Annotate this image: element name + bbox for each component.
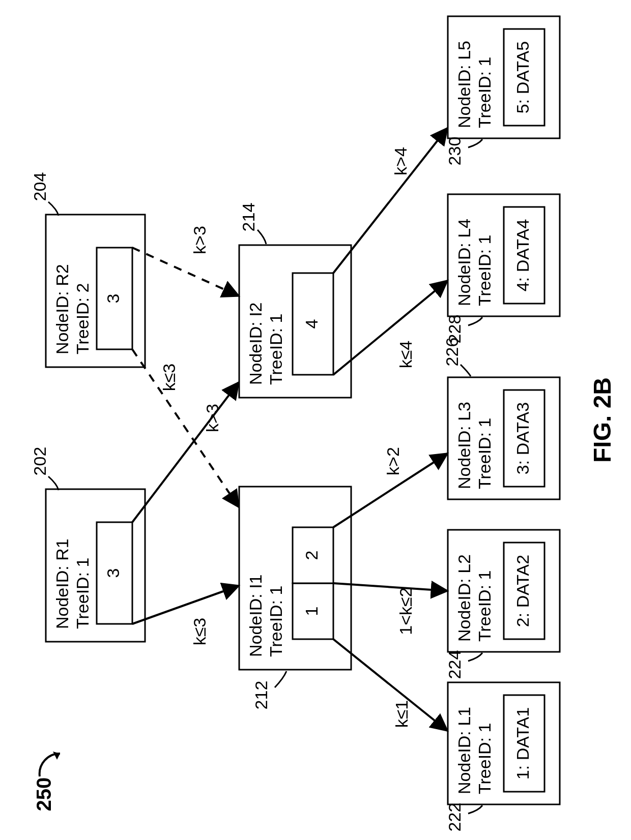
l4-ref: 228	[445, 315, 464, 344]
svg-line-23	[132, 248, 239, 296]
node-R2: NodeID: R2 TreeID: 2 3 204	[30, 172, 145, 367]
edge-R2-I2: k>3	[132, 226, 239, 296]
label-i2-l5: k>4	[391, 147, 410, 175]
label-i1-l1: k≤1	[392, 700, 411, 728]
svg-line-24	[333, 639, 447, 731]
node-I2: NodeID: I2 TreeID: 1 4 214	[239, 203, 351, 398]
label-r2-i2: k>3	[190, 226, 209, 254]
edge-I2-L5: k>4	[333, 128, 447, 273]
figure-ref-arc: 250	[33, 752, 60, 811]
i1-ref: 212	[251, 681, 271, 710]
l3-nodeid: NodeID: L3	[454, 402, 474, 489]
l2-data: 2: DATA2	[513, 555, 532, 627]
node-L4: NodeID: L4 TreeID: 1 4: DATA4 228	[445, 194, 560, 343]
edge-R1-I2: k>3	[132, 382, 239, 522]
l5-nodeid: NodeID: L5	[454, 41, 474, 128]
figure-label: FIG. 2B	[589, 377, 616, 463]
l4-nodeid: NodeID: L4	[454, 219, 474, 306]
edge-R2-I1: k≤3	[132, 349, 239, 507]
l1-ref: 222	[445, 803, 464, 832]
l1-data: 1: DATA1	[513, 707, 532, 779]
i2-ref: 214	[239, 203, 258, 232]
i1-nodeid: NodeID: I1	[246, 574, 265, 657]
label-i1-l2: 1<k≤2	[396, 587, 415, 635]
label-r1-i2: k>3	[203, 404, 222, 432]
node-L5: NodeID: L5 TreeID: 1 5: DATA5 230	[445, 16, 560, 165]
r1-ref: 202	[30, 447, 49, 476]
i1-key1: 2	[302, 551, 321, 560]
r2-key: 3	[103, 294, 123, 304]
edge-R1-I1: k≤3	[132, 586, 239, 645]
node-I1: NodeID: I1 TreeID: 1 1 2 212	[239, 487, 351, 709]
figure-number: 250	[33, 777, 55, 812]
l4-data: 4: DATA4	[513, 219, 532, 291]
r2-nodeid: NodeID: R2	[52, 264, 72, 354]
l5-data: 5: DATA5	[513, 41, 532, 113]
node-L2: NodeID: L2 TreeID: 1 2: DATA2 224	[445, 530, 560, 679]
l5-treeid: TreeID: 1	[475, 57, 494, 128]
l2-treeid: TreeID: 1	[475, 571, 494, 642]
node-L1: NodeID: L1 TreeID: 1 1: DATA1 222	[445, 682, 560, 831]
label-i2-l4: k≤4	[396, 341, 415, 369]
r2-ref: 204	[30, 172, 49, 201]
node-R1: NodeID: R1 TreeID: 1 3 202	[30, 447, 145, 642]
l1-nodeid: NodeID: L1	[454, 707, 474, 794]
i2-key: 4	[302, 319, 321, 329]
i2-nodeid: NodeID: I2	[246, 302, 265, 385]
l2-nodeid: NodeID: L2	[454, 554, 474, 642]
r2-treeid: TreeID: 2	[73, 283, 92, 354]
node-L3: NodeID: L3 TreeID: 1 3: DATA3 226	[442, 338, 560, 499]
i2-treeid: TreeID: 1	[266, 314, 285, 385]
i1-key0: 1	[302, 607, 321, 616]
r1-nodeid: NodeID: R1	[52, 538, 72, 629]
l3-data: 3: DATA3	[513, 402, 532, 474]
l5-ref: 230	[445, 137, 464, 166]
r1-key: 3	[103, 568, 123, 578]
edge-I1-L1: k≤1	[333, 639, 447, 731]
svg-line-21	[132, 382, 239, 522]
label-r1-i1: k≤3	[190, 618, 209, 646]
r1-treeid: TreeID: 1	[73, 558, 92, 629]
l1-treeid: TreeID: 1	[475, 723, 494, 794]
label-r2-i1: k≤3	[159, 364, 179, 392]
svg-line-20	[132, 586, 239, 624]
l3-treeid: TreeID: 1	[475, 418, 494, 489]
label-i1-l3: k>2	[383, 447, 403, 475]
svg-line-22	[132, 349, 239, 507]
l4-treeid: TreeID: 1	[475, 235, 494, 306]
l2-ref: 224	[445, 650, 464, 679]
i1-treeid: TreeID: 1	[266, 586, 285, 657]
